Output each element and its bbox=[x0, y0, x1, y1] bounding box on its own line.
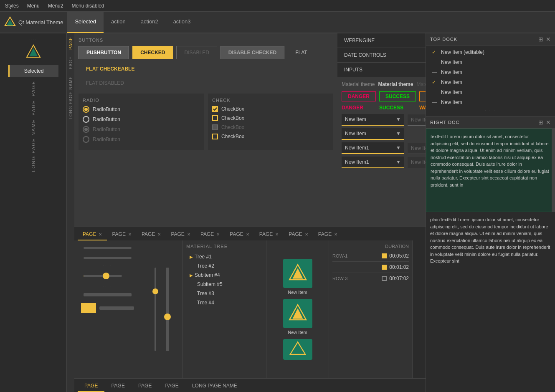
sidebar-page-label-2[interactable]: PAGE bbox=[31, 100, 36, 116]
page-tab-close-8[interactable]: ✕ bbox=[334, 232, 337, 237]
tab-action3[interactable]: action3 bbox=[166, 11, 198, 33]
text-edit-box[interactable]: textEdit Lorem ipsum dolor sit amet, con… bbox=[426, 129, 555, 212]
badge-row-1: DANGER SUCCESS WARNING bbox=[342, 91, 426, 101]
page-tab-7[interactable]: PAGE ✕ bbox=[284, 229, 313, 240]
menu-disabled[interactable]: Menu disabled bbox=[71, 3, 104, 9]
menu-styles[interactable]: Styles bbox=[5, 3, 19, 9]
slider-bar-2[interactable] bbox=[84, 257, 131, 259]
page-tab-3[interactable]: PAGE ✕ bbox=[166, 229, 195, 240]
icon-item-2[interactable] bbox=[283, 339, 312, 360]
dropdown-row-3: New Item1 ▼ New Item ▼ bbox=[342, 142, 426, 154]
bpt-2[interactable]: PAGE bbox=[132, 380, 158, 392]
vtab-long-page[interactable]: LONG PAGE NAME bbox=[68, 74, 73, 121]
tree-item-3[interactable]: Subitem #5 bbox=[186, 280, 263, 289]
radio-item-0[interactable]: RadioButton bbox=[83, 106, 200, 113]
icon-item-0[interactable]: New Item bbox=[283, 259, 312, 295]
icon-item-1[interactable]: New Item bbox=[283, 299, 312, 335]
bpt-long[interactable]: LONG PAGE NAME bbox=[185, 380, 244, 392]
dropdown-row-4: New Item1 ▼ New Item ▼ bbox=[342, 157, 426, 168]
checked-button[interactable]: CHECKED bbox=[132, 46, 173, 59]
vtab-page-2[interactable]: PAGE bbox=[68, 55, 73, 71]
table-row-0[interactable]: ROW-1 00:05:02 bbox=[332, 250, 409, 262]
page-tab-close-2[interactable]: ✕ bbox=[157, 232, 161, 237]
vslider-group-2 bbox=[166, 268, 169, 351]
page-tab-6[interactable]: PAGE ✕ bbox=[254, 229, 284, 240]
right-doc-float-icon[interactable]: ⊞ bbox=[538, 119, 543, 126]
page-tab-1[interactable]: PAGE ✕ bbox=[107, 229, 136, 240]
radio-section-label: RADIO bbox=[83, 98, 200, 103]
page-tab-0[interactable]: PAGE ✕ bbox=[78, 229, 107, 240]
flat-checkable-button[interactable]: FLAT CHECKEABLE bbox=[79, 63, 142, 75]
webengine-item[interactable]: WEBENGINE bbox=[337, 33, 426, 48]
page-tab-close-1[interactable]: ✕ bbox=[128, 232, 132, 237]
slider-bar-4[interactable] bbox=[99, 306, 134, 310]
inputs-item[interactable]: INPUTS bbox=[337, 63, 426, 77]
checkbox-3 bbox=[212, 134, 218, 139]
left-panel: BUTTONS PUSHBUTTON CHECKED DISABLED DISA… bbox=[74, 33, 337, 227]
dropdown-0[interactable]: New Item ▼ bbox=[342, 114, 404, 126]
row-value-0: 00:05:02 bbox=[389, 253, 409, 259]
disable-checked-button[interactable]: DISABLE CHECKED bbox=[220, 46, 284, 59]
slider-bar-3[interactable] bbox=[84, 293, 131, 296]
bpt-1[interactable]: PAGE bbox=[104, 380, 131, 392]
bpt-0[interactable]: PAGE bbox=[78, 380, 104, 392]
check-item-3[interactable]: CheckBox bbox=[212, 134, 329, 139]
sidebar-selected-item[interactable]: Selected bbox=[8, 65, 58, 77]
radio-label-0: RadioButton bbox=[93, 106, 120, 112]
dropdown-2[interactable]: New Item1 ▼ bbox=[342, 142, 404, 154]
tree-item-5[interactable]: Tree #4 bbox=[186, 298, 263, 307]
table-row-2[interactable]: ROW-3 00:07:02 bbox=[332, 273, 409, 284]
sidebar-page-label-3[interactable]: LONG PAGE NAME bbox=[31, 119, 36, 172]
tree-item-1[interactable]: Tree #2 bbox=[186, 261, 263, 271]
vslider-2[interactable] bbox=[166, 268, 169, 351]
page-tab-close-7[interactable]: ✕ bbox=[305, 232, 308, 237]
pushbutton[interactable]: PUSHBUTTON bbox=[79, 46, 129, 59]
flat-button[interactable]: FLAT bbox=[288, 46, 314, 59]
tree-item-2[interactable]: ▶ Subitem #4 bbox=[186, 271, 263, 280]
tab-selected[interactable]: Selected bbox=[67, 11, 104, 33]
tree-item-4[interactable]: Tree #3 bbox=[186, 289, 263, 298]
page-tab-close-6[interactable]: ✕ bbox=[275, 232, 279, 237]
dock-more-dots[interactable]: · · · bbox=[426, 107, 555, 114]
page-tab-close-4[interactable]: ✕ bbox=[216, 232, 220, 237]
tab-action2[interactable]: action2 bbox=[133, 11, 166, 33]
dropdown-3[interactable]: New Item1 ▼ bbox=[342, 157, 404, 168]
date-controls-item[interactable]: DATE CONTROLS bbox=[337, 48, 426, 63]
plain-text-box[interactable]: plainTextEdit Lorem ipsum dolor sit amet… bbox=[426, 212, 555, 269]
page-tab-close-0[interactable]: ✕ bbox=[99, 232, 102, 237]
vslider-1[interactable] bbox=[155, 268, 156, 351]
dropdown-1[interactable]: New Item ▼ bbox=[342, 128, 404, 140]
page-tab-5[interactable]: PAGE ✕ bbox=[225, 229, 254, 240]
text-edit-scrollbar[interactable] bbox=[552, 129, 555, 212]
radio-item-1[interactable]: RadioButton bbox=[83, 116, 200, 123]
slider-bar-1[interactable] bbox=[84, 247, 131, 249]
tree-item-0[interactable]: ▶ Tree #1 bbox=[186, 252, 263, 261]
buttons-section: BUTTONS PUSHBUTTON CHECKED DISABLED DISA… bbox=[79, 38, 333, 89]
sidebar-page-label-1[interactable]: PAGE bbox=[31, 81, 36, 96]
menu-menu[interactable]: Menu bbox=[27, 3, 40, 9]
menu-menu2[interactable]: Menu2 bbox=[48, 3, 63, 9]
check-item-1[interactable]: CheckBox bbox=[212, 115, 329, 121]
page-tab-8[interactable]: PAGE ✕ bbox=[313, 229, 342, 240]
dock-item-0[interactable]: ✓ New Item (editable) bbox=[426, 47, 555, 57]
radio-inner-0 bbox=[84, 108, 88, 111]
dock-close-icon[interactable]: ✕ bbox=[546, 36, 551, 43]
right-doc-close-icon[interactable]: ✕ bbox=[546, 119, 551, 126]
dock-float-icon[interactable]: ⊞ bbox=[538, 36, 543, 43]
tab-action[interactable]: action bbox=[104, 11, 133, 33]
dock-item-3[interactable]: ✓ New Item bbox=[426, 77, 555, 87]
page-tab-close-3[interactable]: ✕ bbox=[187, 232, 190, 237]
table-row-1[interactable]: 00:01:02 bbox=[332, 262, 409, 273]
vtab-page-1[interactable]: PAGE bbox=[68, 35, 73, 51]
radio-outer-1 bbox=[83, 116, 89, 123]
page-tab-4[interactable]: PAGE ✕ bbox=[195, 229, 225, 240]
page-tab-2[interactable]: PAGE ✕ bbox=[137, 229, 166, 240]
dock-item-2[interactable]: — New Item bbox=[426, 67, 555, 77]
dock-item-5[interactable]: — New Item bbox=[426, 97, 555, 107]
dock-item-1[interactable]: ✓ New Item bbox=[426, 57, 555, 67]
page-tab-close-5[interactable]: ✕ bbox=[246, 232, 249, 237]
slider-row-3[interactable] bbox=[84, 273, 131, 279]
bpt-3[interactable]: PAGE bbox=[158, 380, 185, 392]
dock-item-4[interactable]: ✓ New Item bbox=[426, 87, 555, 97]
check-item-0[interactable]: CheckBox bbox=[212, 106, 329, 112]
